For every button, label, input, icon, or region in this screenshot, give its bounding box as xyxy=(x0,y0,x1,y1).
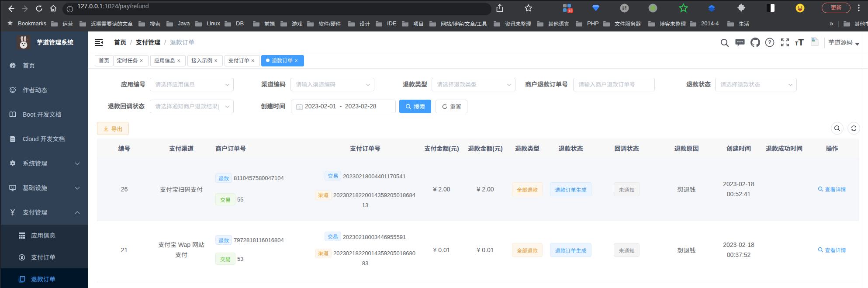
svg-text:12: 12 xyxy=(568,9,572,13)
svg-text:?: ? xyxy=(768,39,771,45)
